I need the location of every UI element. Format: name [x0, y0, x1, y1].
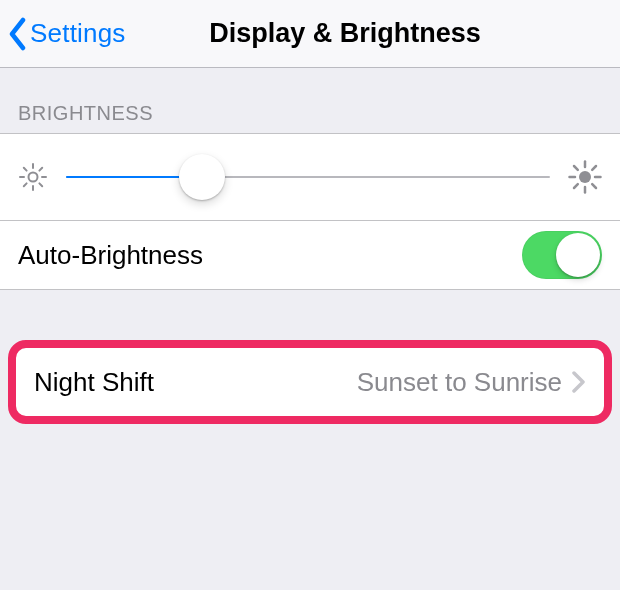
brightness-slider-row	[0, 134, 620, 220]
auto-brightness-label: Auto-Brightness	[18, 240, 203, 271]
chevron-right-icon	[572, 370, 586, 394]
svg-point-9	[579, 171, 591, 183]
auto-brightness-toggle[interactable]	[522, 231, 602, 279]
auto-brightness-row: Auto-Brightness	[0, 221, 620, 289]
brightness-slider[interactable]	[66, 176, 550, 178]
svg-line-16	[574, 184, 578, 188]
chevron-left-icon	[8, 17, 28, 51]
night-shift-row[interactable]: Night Shift Sunset to Sunrise	[16, 348, 604, 416]
section-header-brightness: BRIGHTNESS	[0, 68, 620, 133]
night-shift-highlight: Night Shift Sunset to Sunrise	[8, 340, 612, 424]
svg-point-0	[29, 173, 38, 182]
back-button[interactable]: Settings	[8, 17, 126, 51]
svg-line-8	[39, 168, 42, 171]
navbar: Settings Display & Brightness	[0, 0, 620, 68]
svg-line-14	[574, 166, 578, 170]
night-shift-label: Night Shift	[34, 367, 154, 398]
brightness-group: Auto-Brightness	[0, 133, 620, 290]
svg-line-7	[24, 183, 27, 186]
svg-line-5	[24, 168, 27, 171]
sun-min-icon	[18, 162, 48, 192]
svg-line-6	[39, 183, 42, 186]
night-shift-value: Sunset to Sunrise	[357, 367, 562, 398]
sun-max-icon	[568, 160, 602, 194]
back-label: Settings	[30, 18, 126, 49]
svg-line-15	[592, 184, 596, 188]
brightness-slider-thumb[interactable]	[179, 154, 225, 200]
svg-line-17	[592, 166, 596, 170]
switch-knob	[556, 233, 600, 277]
